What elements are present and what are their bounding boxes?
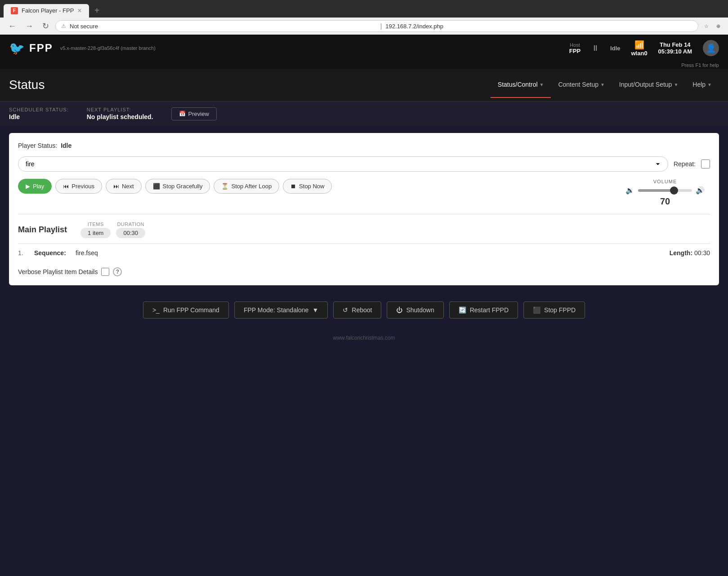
playlist-select[interactable]: fire	[18, 156, 668, 172]
app-container: 🐦 FPP v5.x-master-228-gf3a56c4f (master …	[0, 35, 728, 575]
previous-icon: ⏮	[63, 183, 69, 190]
length-value: 00:30	[694, 249, 710, 257]
browser-chrome: F Falcon Player - FPP × + ← → ↻ ⚠ Not se…	[0, 0, 728, 35]
verbose-checkbox[interactable]	[101, 268, 109, 276]
playlist-badges: ITEMS 1 item DURATION 00:30	[80, 222, 145, 238]
repeat-label: Repeat:	[674, 160, 696, 168]
network-value: wlan0	[631, 50, 647, 57]
scheduler-status-value: Idle	[9, 113, 69, 120]
fpp-version: v5.x-master-228-gf3a56c4f (master branch…	[60, 45, 156, 51]
fpp-logo-text: FPP	[29, 42, 53, 54]
tab-close-icon[interactable]: ×	[77, 7, 81, 15]
player-status-value: Idle	[61, 142, 71, 149]
next-playlist-label: NEXT PLAYLIST:	[87, 107, 153, 112]
reboot-button[interactable]: ↺ Reboot	[333, 301, 381, 319]
controls-volume-row: ▶ Play ⏮ Previous ⏭ Next ⬛ Stop Graceful…	[18, 179, 710, 207]
stop-gracefully-icon: ⬛	[153, 183, 160, 190]
power-icon: ⏻	[396, 306, 402, 314]
status-caret-icon: ▼	[540, 82, 544, 87]
player-status-label: Player Status:	[18, 142, 57, 149]
forward-button[interactable]: →	[22, 21, 36, 32]
network-info: 📶 wlan0	[631, 40, 647, 57]
preview-button[interactable]: 📅 Preview	[171, 107, 217, 120]
nav-link-content[interactable]: Content Setup ▼	[551, 72, 612, 98]
controls-left: ▶ Play ⏮ Previous ⏭ Next ⬛ Stop Graceful…	[18, 179, 616, 194]
help-circle-icon[interactable]: ?	[113, 267, 122, 276]
duration-badge-block: DURATION 00:30	[116, 222, 145, 238]
next-playlist-block: NEXT PLAYLIST: No playlist scheduled.	[87, 107, 153, 120]
pause-icon: ⏸	[591, 44, 599, 53]
tab-bar: F Falcon Player - FPP × +	[0, 0, 728, 18]
host-info: Host FPP	[569, 42, 581, 54]
items-label: ITEMS	[80, 222, 111, 227]
nav-link-status[interactable]: Status/Control ▼	[491, 72, 551, 98]
restart-fppd-button[interactable]: 🔄 Restart FPPD	[449, 301, 518, 319]
calendar-icon: 📅	[179, 111, 186, 117]
browser-toolbar: ← → ↻ ⚠ Not secure | 192.168.7.2/index.p…	[0, 18, 728, 35]
stop-fppd-button[interactable]: ⬛ Stop FPPD	[523, 301, 585, 319]
nav-link-io[interactable]: Input/Output Setup ▼	[612, 72, 685, 98]
items-badge: 1 item	[80, 228, 111, 238]
volume-high-icon: 🔊	[696, 186, 705, 195]
item-type: Sequence:	[34, 249, 70, 257]
top-navbar: 🐦 FPP v5.x-master-228-gf3a56c4f (master …	[0, 35, 728, 62]
address-bar[interactable]: ⚠ Not secure | 192.168.7.2/index.php	[55, 20, 698, 32]
player-status-row: Player Status: Idle	[18, 142, 710, 149]
tab-title: Falcon Player - FPP	[22, 7, 74, 14]
reload-button[interactable]: ↻	[40, 20, 52, 32]
fpp-bird-icon: 🐦	[9, 41, 25, 56]
items-badge-block: ITEMS 1 item	[80, 222, 111, 238]
fpp-logo: 🐦 FPP	[9, 41, 53, 56]
verbose-row: Verbose Playlist Item Details ?	[18, 262, 710, 276]
active-tab[interactable]: F Falcon Player - FPP ×	[4, 4, 89, 18]
play-button[interactable]: ▶ Play	[18, 179, 52, 194]
stop-gracefully-button[interactable]: ⬛ Stop Gracefully	[145, 179, 210, 194]
reboot-icon: ↺	[343, 306, 348, 314]
io-caret-icon: ▼	[674, 82, 678, 87]
stop-fppd-icon: ⬛	[533, 306, 540, 314]
url-text: 192.168.7.2/index.php	[385, 23, 692, 30]
footer: www.falconchristmas.com	[0, 328, 728, 348]
status-info: Idle	[610, 45, 620, 52]
repeat-checkbox[interactable]	[701, 160, 710, 168]
new-tab-button[interactable]: +	[91, 4, 103, 18]
next-button[interactable]: ⏭ Next	[106, 179, 142, 194]
stop-after-loop-button[interactable]: ⏳ Stop After Loop	[214, 179, 279, 194]
stop-after-loop-icon: ⏳	[221, 183, 228, 190]
divider	[18, 214, 710, 214]
item-file: fire.fseq	[76, 249, 98, 257]
footer-text: www.falconchristmas.com	[333, 335, 395, 341]
item-number: 1.	[18, 249, 29, 257]
volume-slider[interactable]	[638, 189, 692, 192]
status-value: Idle	[610, 45, 620, 52]
wifi-icon: 📶	[634, 40, 644, 49]
previous-button[interactable]: ⏮ Previous	[55, 179, 102, 194]
restart-icon: 🔄	[459, 306, 466, 314]
terminal-icon: >_	[152, 306, 160, 314]
nav-link-help[interactable]: Help ▼	[685, 72, 719, 98]
security-text: Not secure	[70, 23, 377, 30]
user-avatar[interactable]: 👤	[703, 40, 719, 56]
back-button[interactable]: ←	[5, 21, 19, 32]
next-icon: ⏭	[113, 183, 119, 190]
run-fpp-command-button[interactable]: >_ Run FPP Command	[143, 301, 229, 319]
help-text: Press F1 for help	[681, 62, 719, 68]
scheduler-status-label: SCHEDULER STATUS:	[9, 107, 69, 112]
volume-controls: 🔉 🔊	[625, 186, 705, 195]
page-title: Status	[9, 69, 45, 101]
extension-icon: ⊕	[714, 22, 723, 31]
item-length: Length: 00:30	[670, 249, 710, 257]
stop-now-button[interactable]: ⏹ Stop Now	[283, 179, 332, 194]
shutdown-button[interactable]: ⏻ Shutdown	[387, 301, 443, 319]
verbose-label: Verbose Playlist Item Details	[18, 268, 98, 275]
playlist-select-row: fire Repeat:	[18, 156, 710, 172]
fpp-mode-button[interactable]: FPP Mode: Standalone ▼	[234, 301, 328, 319]
bottom-action-bar: >_ Run FPP Command FPP Mode: Standalone …	[0, 292, 728, 328]
main-content: Player Status: Idle fire Repeat: ▶ Play	[0, 126, 728, 292]
date-value: Thu Feb 14	[658, 41, 692, 48]
volume-section: VOLUME 🔉 🔊 70	[620, 179, 710, 207]
security-icon: ⚠	[61, 23, 66, 29]
browser-action-icons: ☆ ⊕	[702, 22, 723, 31]
player-card: Player Status: Idle fire Repeat: ▶ Play	[9, 133, 719, 285]
playlist-items-list: 1. Sequence: fire.fseq Length: 00:30	[18, 244, 710, 262]
